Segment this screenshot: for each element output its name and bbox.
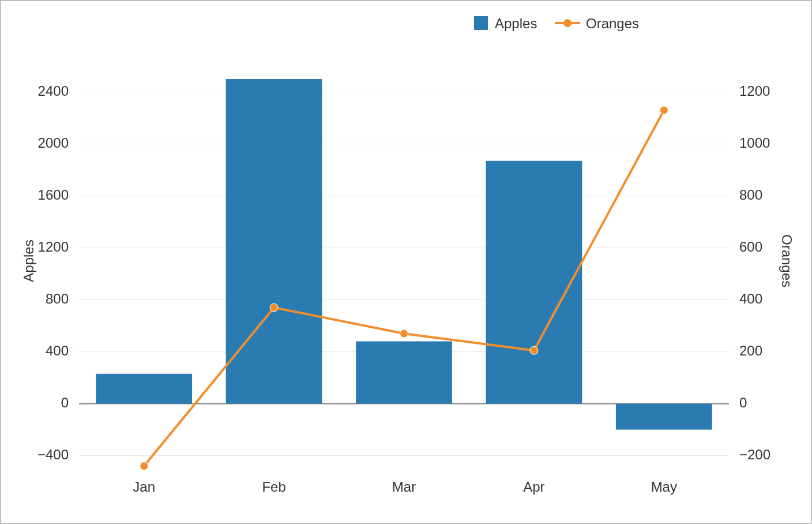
y-right-tick-label: 400 (739, 291, 762, 306)
legend-swatch-oranges-dot[interactable] (563, 19, 572, 27)
point-oranges-feb[interactable] (270, 304, 278, 312)
bar-jan[interactable] (96, 374, 192, 404)
bar-mar[interactable] (356, 342, 452, 404)
y-right-tick-label: −200 (739, 447, 770, 462)
legend-label-apples[interactable]: Apples (495, 16, 537, 31)
y-right-tick-label: 0 (739, 395, 747, 410)
point-oranges-apr[interactable] (530, 346, 538, 354)
legend-swatch-apples[interactable] (474, 16, 488, 30)
y-left-tick-label: 1600 (38, 187, 69, 203)
combo-chart: −40004008001200160020002400−200020040060… (1, 1, 811, 523)
y-left-tick-label: 2400 (38, 83, 69, 99)
y-left-tick-label: 1200 (38, 239, 69, 254)
point-oranges-mar[interactable] (400, 330, 408, 338)
line-oranges[interactable] (144, 110, 664, 466)
x-tick-label-may: May (651, 479, 677, 495)
y-right-axis-title: Oranges (779, 234, 795, 287)
x-tick-label-mar: Mar (392, 479, 416, 495)
y-left-tick-label: 2000 (38, 135, 69, 151)
x-tick-label-feb: Feb (262, 479, 285, 495)
legend: ApplesOranges (474, 16, 639, 31)
y-left-axis-title: Apples (21, 239, 36, 282)
y-right-tick-label: 1000 (739, 135, 770, 151)
chart-frame: { "chart_data": { "type": "bar", "catego… (0, 0, 812, 524)
y-right-tick-label: 800 (739, 187, 762, 203)
point-oranges-jan[interactable] (140, 462, 148, 470)
y-left-tick-label: 800 (46, 291, 69, 306)
bar-apr[interactable] (486, 161, 582, 404)
point-oranges-may[interactable] (660, 106, 668, 114)
x-tick-label-jan: Jan (133, 479, 155, 495)
y-right-tick-label: 600 (739, 239, 762, 254)
y-left-tick-label: 0 (61, 395, 69, 410)
y-left-tick-label: 400 (46, 343, 69, 358)
y-right-tick-label: 1200 (739, 83, 770, 99)
y-left-tick-label: −400 (37, 447, 69, 462)
bar-may[interactable] (616, 404, 712, 430)
y-right-tick-label: 200 (739, 343, 762, 358)
bar-feb[interactable] (226, 79, 322, 404)
legend-label-oranges[interactable]: Oranges (586, 16, 639, 31)
x-tick-label-apr: Apr (523, 479, 544, 495)
